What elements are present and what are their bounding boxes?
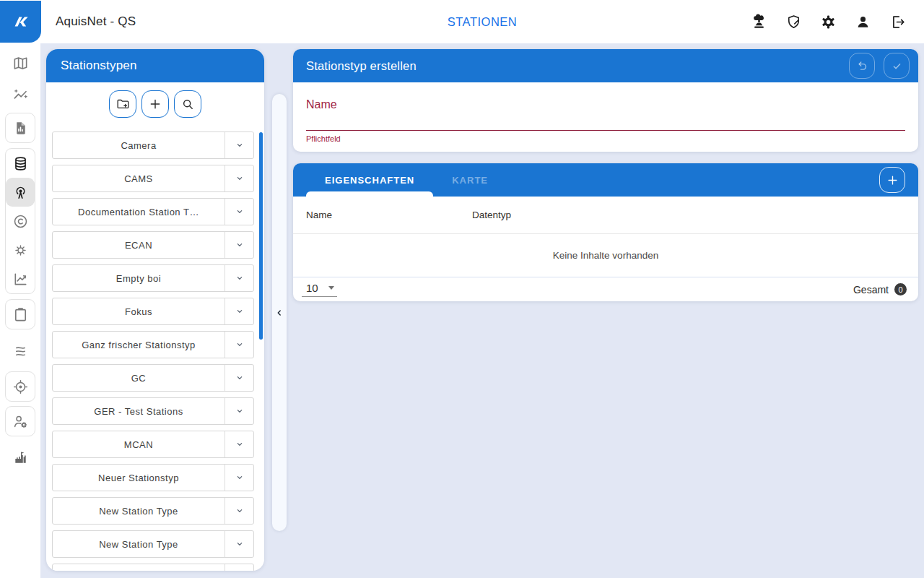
confirm-button[interactable] [884,53,910,79]
station-type-label: ECAN [53,232,225,258]
tab-eigenschaften[interactable]: EIGENSCHAFTEN [306,163,433,197]
castle-icon[interactable] [6,442,35,471]
expand-row[interactable] [225,431,253,457]
search-button[interactable] [174,90,201,118]
user-button[interactable] [848,7,877,36]
station-type-row[interactable]: Documentation Station T… [52,198,254,225]
broadcast-icon[interactable] [6,178,35,207]
chevron-down-icon [233,371,246,384]
station-type-row[interactable]: MCAN [52,431,254,458]
total-label: Gesamt [853,284,889,296]
nav-stationen-link[interactable]: STATIONEN [448,15,517,29]
tab-karte[interactable]: KARTE [433,163,507,197]
station-type-row[interactable]: Empty boi [52,264,254,292]
trend-icon[interactable] [6,80,35,109]
logout-button[interactable] [883,7,912,36]
search-icon [180,97,195,111]
chevron-down-icon [233,338,246,351]
app-title: AquisNet - QS [56,14,136,29]
settings-gear-icon [820,14,837,30]
create-station-type-card: Stationstyp erstellen Name Pflichtfeld [293,49,918,152]
station-type-label [53,564,225,571]
panel-collapse-handle[interactable] [272,94,287,531]
undo-button[interactable] [849,53,875,79]
expand-row[interactable] [225,232,253,258]
user-settings-icon[interactable] [6,407,35,436]
expand-row[interactable] [225,498,253,524]
table-header-row: NameDatentyp [293,197,918,234]
user-icon [855,14,871,30]
report-file-icon[interactable] [6,113,35,142]
station-type-row[interactable]: ECAN [52,231,254,259]
add-icon [148,97,162,111]
station-type-row[interactable]: Ganz frischer Stationstyp [52,331,254,358]
properties-card: EIGENSCHAFTEN KARTE NameDatentyp Keine I… [293,163,918,301]
station-type-label: Neuer Stationstyp [53,465,225,491]
chevron-left-icon [274,307,285,319]
station-type-row[interactable]: New Station Type [52,497,254,525]
add-property-button[interactable] [879,167,905,193]
station-types-panel: Stationstypen Camera CAMS Documentation … [46,49,264,571]
stations-cloud-button[interactable] [744,7,773,36]
app-logo[interactable] [0,1,41,43]
name-field-error: Pflichtfeld [306,134,905,143]
virus-icon[interactable] [6,236,35,264]
expand-row[interactable] [225,531,253,557]
database-icon[interactable] [6,149,35,178]
expand-row[interactable] [225,132,253,158]
expand-row[interactable] [225,265,253,291]
settings-button[interactable] [814,7,842,36]
shield-edit-button[interactable] [779,7,808,36]
expand-row[interactable] [225,365,253,391]
expand-row[interactable] [225,465,253,491]
station-type-row[interactable]: GC [52,364,254,392]
name-input[interactable] [306,114,905,124]
expand-row[interactable] [225,398,253,424]
station-type-label: GC [53,365,225,391]
station-type-row[interactable]: GER - Test Stations [52,397,254,425]
add-icon [886,173,899,187]
line-chart-icon[interactable] [6,264,35,293]
notes-icon[interactable] [6,337,35,366]
kisters-logo-icon [10,11,32,33]
copyright-icon[interactable] [6,207,35,236]
list-scrollbar[interactable] [259,132,263,340]
expand-row[interactable] [225,332,253,358]
station-type-row[interactable]: Fokus [52,298,254,325]
panel-title: Stationstypen [61,59,137,73]
station-type-label: CAMS [53,165,225,191]
undo-icon [855,59,869,73]
station-type-row[interactable]: New Station Type [52,530,254,558]
logout-icon [889,14,906,30]
chevron-down-icon [233,172,246,185]
map-icon[interactable] [6,48,35,77]
tab-label: KARTE [452,175,488,186]
add-folder-button[interactable] [109,90,136,118]
page-size-select[interactable]: 10 [302,282,337,297]
chevron-down-icon [233,538,246,551]
target-icon[interactable] [6,372,35,401]
target-card [5,371,35,402]
add-station-type-button[interactable] [141,90,169,118]
expand-row[interactable] [225,298,253,324]
station-type-label: New Station Type [53,531,225,557]
expand-row[interactable] [225,199,253,225]
station-type-label: Fokus [53,298,225,324]
station-type-label: Empty boi [53,265,225,291]
station-type-row[interactable]: CAMS [52,165,254,192]
chevron-down-icon [233,205,246,218]
station-type-row[interactable]: Neuer Stationstyp [52,464,254,491]
station-type-row-partial[interactable] [52,564,254,571]
station-type-label: GER - Test Stations [53,398,225,424]
table-footer: 10 Gesamt 0 [293,277,918,301]
expand-row[interactable] [225,564,253,571]
station-type-label: Ganz frischer Stationstyp [53,332,225,358]
clipboard-icon[interactable] [6,300,35,329]
station-type-row[interactable]: Camera [52,131,254,159]
station-type-label: Documentation Station T… [53,199,225,225]
expand-row[interactable] [225,165,253,191]
chevron-down-icon [233,438,246,451]
station-type-label: New Station Type [53,498,225,524]
content-shell: Stationstypen Camera CAMS Documentation … [0,43,924,578]
confirm-check-icon [890,59,904,73]
